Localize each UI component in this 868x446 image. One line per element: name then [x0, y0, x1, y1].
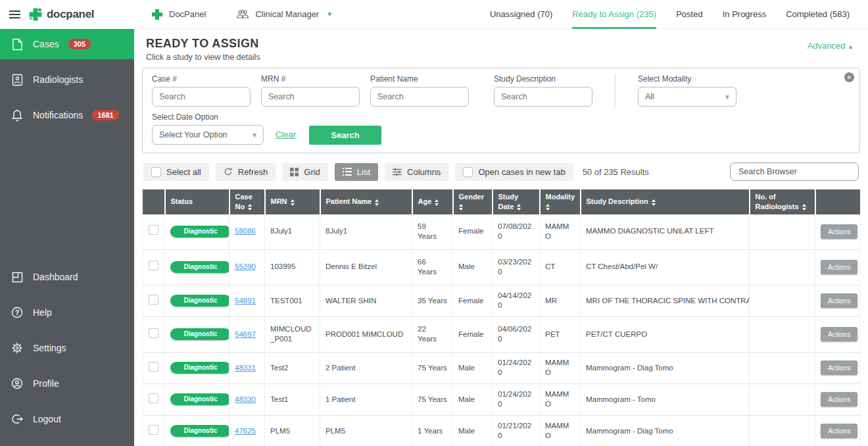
table-row[interactable]: Diagnostic54697MIMCLOUD_P001PROD001 MIMC… [143, 316, 860, 352]
column-header-radiologists[interactable]: No. of Radiologists [750, 189, 815, 214]
column-header-study-description[interactable]: Study Description [581, 189, 750, 214]
gender-cell: Female [453, 285, 493, 316]
actions-button[interactable]: Actions [821, 260, 857, 274]
study-date-cell: 07/08/2020 [493, 214, 540, 250]
filter-date-option: Select Date Option Select Your Option▼ [152, 112, 264, 145]
sidebar-item-dashboard[interactable]: Dashboard [0, 262, 134, 292]
grid-view-button[interactable]: Grid [282, 163, 328, 181]
actions-button[interactable]: Actions [821, 424, 857, 438]
case-number-input[interactable] [152, 87, 251, 107]
table-row[interactable]: Diagnostic48330Test11 Patient75 YearsMal… [143, 384, 860, 415]
column-label: Gender [459, 193, 485, 201]
sidebar-item-radiologists[interactable]: Radiologists [0, 64, 134, 95]
tab-completed[interactable]: Completed (583) [786, 0, 850, 29]
actions-button[interactable]: Actions [821, 392, 857, 407]
sidebar-item-settings[interactable]: Settings [0, 333, 134, 363]
table-row[interactable]: Diagnostic54891TEST001WALTER SHIN35 Year… [143, 285, 860, 316]
list-view-button[interactable]: List [335, 163, 378, 181]
clear-filters-link[interactable]: Clear [276, 130, 296, 139]
case-no-link[interactable]: 58086 [235, 227, 256, 235]
tab-unassigned[interactable]: Unassigned (70) [490, 0, 552, 29]
sidebar-item-profile[interactable]: Profile [0, 368, 134, 399]
table-row[interactable]: Diagnostic47625PLM5PLM51 YearsMale01/21/… [143, 415, 860, 446]
sort-icon[interactable] [248, 204, 252, 211]
actions-button[interactable]: Actions [821, 293, 857, 308]
sidebar-item-help[interactable]: ? Help [0, 297, 134, 328]
row-checkbox[interactable] [149, 425, 158, 435]
sort-icon[interactable] [802, 204, 806, 211]
search-browser-input[interactable] [730, 162, 859, 181]
case-no-cell: 48330 [229, 384, 265, 415]
mrn-cell: 103995 [265, 249, 320, 285]
case-no-link[interactable]: 55390 [235, 262, 256, 270]
docpanel-logo[interactable]: docpanel [28, 7, 94, 22]
tab-in-progress[interactable]: In Progress [723, 0, 766, 29]
open-new-tab-checkbox[interactable] [463, 167, 473, 177]
column-header-patient-name[interactable]: Patient Name [320, 189, 412, 214]
table-row[interactable]: Diagnostic48331Test22 Patient75 YearsMal… [143, 352, 860, 384]
modality-select[interactable]: All▼ [638, 87, 736, 107]
tab-ready-to-assign[interactable]: Ready to Assign (235) [572, 0, 656, 29]
column-header-age[interactable]: Age [412, 189, 453, 214]
case-no-link[interactable]: 54697 [235, 330, 256, 338]
date-option-select[interactable]: Select Your Option▼ [152, 125, 264, 145]
row-checkbox[interactable] [149, 225, 158, 235]
case-no-link[interactable]: 48331 [235, 364, 256, 372]
radiologists-cell [750, 214, 815, 250]
hamburger-menu-icon[interactable] [9, 11, 20, 18]
notifications-count-badge: 1681 [92, 110, 118, 120]
actions-button[interactable]: Actions [821, 224, 857, 239]
radiologists-cell [750, 384, 815, 415]
column-header-mrn[interactable]: MRN [265, 189, 320, 214]
sort-icon[interactable] [517, 204, 521, 211]
row-checkbox[interactable] [149, 328, 158, 338]
row-checkbox[interactable] [149, 295, 158, 305]
table-row[interactable]: Diagnostic55390103995Dennis E Bitzel66 Y… [143, 249, 860, 285]
case-no-link[interactable]: 54891 [235, 297, 256, 305]
column-header-case-no[interactable]: Case No [229, 189, 265, 214]
column-header-study-date[interactable]: Study Date [493, 189, 540, 214]
table-row[interactable]: Diagnostic580868July18July159 YearsFemal… [143, 214, 860, 250]
mrn-input[interactable] [261, 87, 360, 107]
column-header-gender[interactable]: Gender [453, 189, 493, 214]
workspace-selector[interactable]: Clinical Manager ▼ [236, 9, 333, 19]
select-all-checkbox[interactable] [151, 167, 161, 177]
mrn-cell: PLM5 [265, 415, 320, 446]
actions-button[interactable]: Actions [821, 327, 857, 341]
sort-icon[interactable] [459, 204, 463, 211]
row-checkbox-cell [143, 316, 165, 352]
study-description-input[interactable] [494, 87, 592, 107]
sort-icon[interactable] [435, 199, 439, 206]
tab-posted[interactable]: Posted [676, 0, 702, 29]
sort-icon[interactable] [652, 199, 656, 206]
search-button[interactable]: Search [309, 126, 381, 145]
sort-icon[interactable] [291, 199, 295, 206]
column-header-modality[interactable]: Modality [540, 189, 581, 214]
sort-icon[interactable] [546, 204, 550, 211]
row-checkbox[interactable] [149, 362, 158, 372]
profile-icon [11, 377, 24, 390]
mrn-cell: TEST001 [265, 285, 320, 316]
columns-button[interactable]: Columns [385, 163, 448, 181]
refresh-button[interactable]: Refresh [216, 163, 276, 181]
select-all-chip[interactable]: Select all [143, 163, 209, 181]
patient-name-input[interactable] [370, 87, 469, 107]
sort-icon[interactable] [375, 199, 379, 206]
case-no-link[interactable]: 48330 [235, 395, 256, 403]
actions-cell: Actions [815, 214, 860, 250]
modality-cell: PET [540, 316, 581, 352]
sidebar-item-notifications[interactable]: Notifications 1681 [0, 100, 134, 130]
open-new-tab-chip[interactable]: Open cases in new tab [455, 163, 573, 181]
row-checkbox[interactable] [149, 260, 158, 270]
close-icon[interactable]: ✕ [844, 72, 854, 82]
actions-button[interactable]: Actions [821, 360, 857, 375]
row-checkbox[interactable] [149, 393, 158, 403]
advanced-toggle[interactable]: Advanced ▲ [808, 41, 854, 51]
status-badge: Diagnostic [170, 328, 231, 340]
sliders-icon [393, 168, 402, 176]
case-no-link[interactable]: 47625 [235, 427, 256, 435]
study-date-cell: 04/14/2020 [493, 285, 540, 316]
sidebar-item-logout[interactable]: Logout [0, 404, 134, 434]
chevron-down-icon: ▼ [326, 11, 333, 18]
sidebar-item-cases[interactable]: Cases 305 [0, 29, 134, 59]
